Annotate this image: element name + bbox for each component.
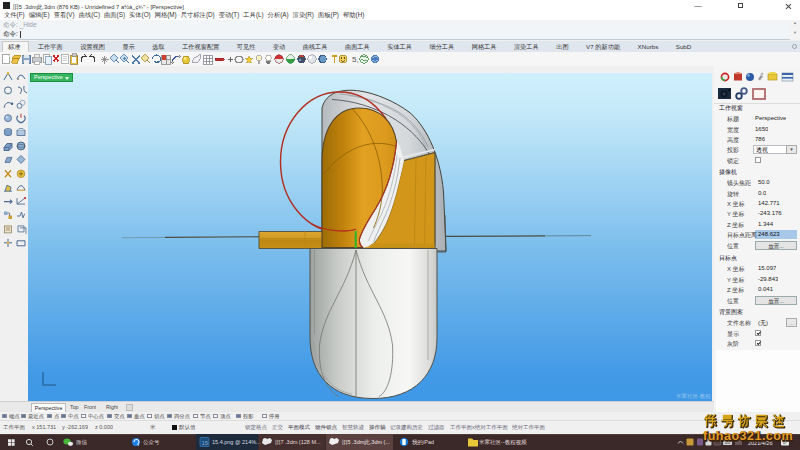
svg-text:fuhao321.com: fuhao321.com [703, 429, 793, 443]
svg-text:15: 15 [202, 440, 209, 446]
svg-text:5,: 5, [352, 55, 359, 64]
